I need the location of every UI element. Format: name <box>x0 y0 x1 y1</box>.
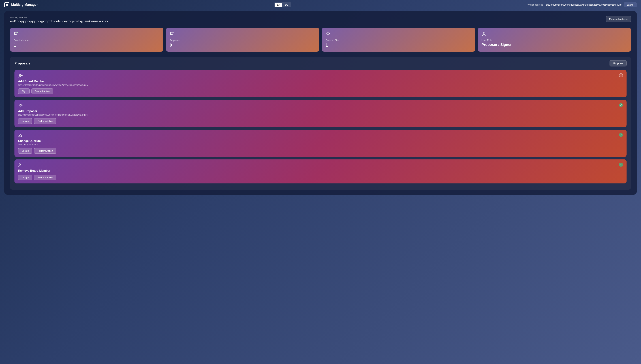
svg-rect-2 <box>6 5 7 6</box>
stat-card-quorum-size: Quorum Size 1 <box>322 28 475 52</box>
proposal-actions: SignDiscard Action <box>18 88 623 94</box>
proposal-title: Remove Board Member <box>18 169 623 172</box>
multisig-address-header: Multisig Address erd1qqqqqqqqqqqqqqpgqpz… <box>10 16 631 23</box>
proposal-address: New Quorum Size: 2 <box>18 143 623 146</box>
svg-rect-3 <box>7 5 8 6</box>
svg-rect-0 <box>6 4 7 5</box>
unsign-btn-3[interactable]: Unsign <box>18 148 32 154</box>
svg-point-10 <box>19 74 21 76</box>
proposal-top <box>18 73 623 78</box>
stat-value-board-members: 1 <box>14 42 160 48</box>
stat-card-user-role: User Role Proposer / Signer <box>478 28 631 52</box>
proposal-top: ✓ <box>18 133 623 138</box>
status-checked-icon: ✓ <box>619 133 623 137</box>
svg-point-7 <box>327 33 328 34</box>
proposers-icon <box>170 31 175 37</box>
wallet-label: Wallet address: <box>527 4 544 6</box>
discard-btn-1[interactable]: Discard Action <box>32 88 53 94</box>
proposal-title: Add Proposer <box>18 110 623 113</box>
svg-rect-1 <box>7 4 8 5</box>
perform-btn-2[interactable]: Perform Action <box>34 118 56 124</box>
proposal-type-icon <box>18 163 23 168</box>
proposal-top: ✓ <box>18 163 623 168</box>
stat-value-quorum-size: 1 <box>326 42 472 48</box>
proposal-card-proposal-2: ✓ Add Proposer erd18qqrnpepncx3zphuge9eu… <box>15 100 626 127</box>
board-icon <box>14 31 20 37</box>
perform-btn-4[interactable]: Perform Action <box>34 174 56 180</box>
unsign-btn-4[interactable]: Unsign <box>18 174 32 180</box>
proposal-card-proposal-4: ✓ Remove Board Member UnsignPerform Acti… <box>15 160 626 184</box>
stat-value-proposers: 0 <box>170 42 316 48</box>
close-button[interactable]: Close <box>624 2 637 8</box>
main-container: Multisig Address erd1qqqqqqqqqqqqqqpgqpz… <box>4 11 637 195</box>
svg-point-13 <box>19 104 21 106</box>
proposals-list: Add Board Member erd1evdscz0hv0g5lmukp0g… <box>15 70 626 184</box>
proposal-card-proposal-3: ✓ Change Quorum New Quorum Size: 2 Unsig… <box>15 130 626 157</box>
svg-point-9 <box>483 32 485 34</box>
proposal-card-proposal-1: Add Board Member erd1evdscz0hv0g5lmukp0g… <box>15 70 626 97</box>
app-logo: Multisig Manager <box>4 2 38 8</box>
proposal-actions: UnsignPerform Action <box>18 148 623 154</box>
proposal-title: Change Quorum <box>18 140 623 143</box>
stat-card-proposers: Proposers 0 <box>166 28 319 52</box>
wallet-info: Wallet address: erd13rn3fwjds8r5260n6q3p… <box>527 2 637 8</box>
svg-point-8 <box>328 33 330 34</box>
app-title: Multisig Manager <box>11 3 38 7</box>
svg-point-18 <box>19 164 21 165</box>
proposal-address: erd18qqrnpepncx3zphuge9euv3830j0ersqxpxe… <box>18 114 623 116</box>
propose-button[interactable]: Propose <box>609 60 626 66</box>
proposals-section: Proposals Propose Add Board Member erd1e… <box>10 57 631 190</box>
proposals-header: Proposals Propose <box>15 60 626 66</box>
lang-de-button[interactable]: DE <box>283 3 290 7</box>
status-checked-icon: ✓ <box>619 163 623 167</box>
lang-switcher: EN DE <box>274 2 291 8</box>
unsign-btn-2[interactable]: Unsign <box>18 118 32 124</box>
stat-card-board-members: Board Members 1 <box>10 28 163 52</box>
app-header: Multisig Manager EN DE Wallet address: e… <box>0 0 641 10</box>
proposal-actions: UnsignPerform Action <box>18 118 623 124</box>
sign-btn-1[interactable]: Sign <box>18 88 30 94</box>
proposal-type-icon <box>18 103 23 108</box>
stat-label-board-members: Board Members <box>14 39 160 42</box>
proposal-type-icon <box>18 73 23 78</box>
status-checked-icon: ✓ <box>619 103 623 107</box>
svg-point-16 <box>19 134 20 136</box>
stat-value-user-role: Proposer / Signer <box>482 42 627 47</box>
proposal-actions: UnsignPerform Action <box>18 174 623 180</box>
proposal-top: ✓ <box>18 103 623 108</box>
wallet-address: erd13rn3fwjds8r5260n6q3pd2qa6wqkudrhczh2… <box>546 4 621 6</box>
multisig-address-value: erd1qqqqqqqqqqqqqqpgqpzfh9yrts0geyrflcj9… <box>10 20 108 23</box>
perform-btn-3[interactable]: Perform Action <box>34 148 56 154</box>
stat-label-quorum-size: Quorum Size <box>326 39 472 42</box>
multisig-address-label: Multisig Address <box>10 16 108 19</box>
logo-icon <box>4 2 10 8</box>
stat-label-proposers: Proposers <box>170 39 316 42</box>
svg-point-17 <box>21 134 22 136</box>
proposal-title: Add Board Member <box>18 80 623 83</box>
proposal-address: erd1evdscz0hv0g5lmukp0glauzrgtx3wswxldq2… <box>18 84 623 86</box>
status-empty-icon <box>619 73 623 77</box>
manage-multisigs-button[interactable]: Manage Multisigs <box>606 16 631 22</box>
lang-en-button[interactable]: EN <box>275 3 282 7</box>
stats-grid: Board Members 1 Proposers 0 Quorum Size … <box>10 28 631 52</box>
multisig-address-block: Multisig Address erd1qqqqqqqqqqqqqqpgqpz… <box>10 16 108 23</box>
proposals-title: Proposals <box>15 62 30 65</box>
quorum-icon <box>326 31 331 37</box>
stat-label-user-role: User Role <box>482 39 627 42</box>
proposal-type-icon <box>18 133 23 138</box>
user-role-icon <box>482 31 487 37</box>
